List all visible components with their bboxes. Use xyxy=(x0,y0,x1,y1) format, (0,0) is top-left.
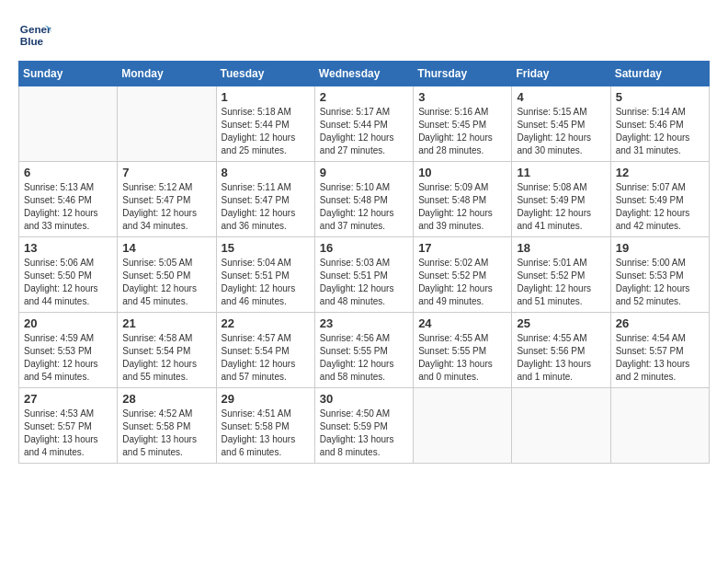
logo: General Blue xyxy=(18,18,51,52)
day-info: Sunrise: 5:10 AM Sunset: 5:48 PM Dayligh… xyxy=(320,181,408,233)
day-number: 10 xyxy=(418,166,506,179)
day-number: 3 xyxy=(418,90,506,104)
day-number: 24 xyxy=(418,316,506,330)
day-info: Sunrise: 5:18 AM Sunset: 5:44 PM Dayligh… xyxy=(222,106,310,157)
day-number: 25 xyxy=(517,316,605,330)
day-number: 18 xyxy=(517,241,605,255)
day-info: Sunrise: 4:59 AM Sunset: 5:53 PM Dayligh… xyxy=(24,332,112,384)
day-of-week-header: Wednesday xyxy=(314,62,413,86)
day-number: 12 xyxy=(616,166,704,179)
day-info: Sunrise: 5:04 AM Sunset: 5:51 PM Dayligh… xyxy=(222,257,310,308)
calendar-cell xyxy=(19,86,118,162)
calendar-cell: 22Sunrise: 4:57 AM Sunset: 5:54 PM Dayli… xyxy=(216,313,314,388)
svg-text:General: General xyxy=(20,23,51,35)
day-number: 16 xyxy=(320,241,408,255)
day-number: 7 xyxy=(122,166,210,179)
logo-icon: General Blue xyxy=(18,18,51,52)
day-of-week-header: Friday xyxy=(512,62,610,86)
day-info: Sunrise: 5:17 AM Sunset: 5:44 PM Dayligh… xyxy=(320,106,408,157)
day-info: Sunrise: 4:56 AM Sunset: 5:55 PM Dayligh… xyxy=(320,332,408,384)
calendar-cell: 28Sunrise: 4:52 AM Sunset: 5:58 PM Dayli… xyxy=(118,388,216,464)
day-info: Sunrise: 5:16 AM Sunset: 5:45 PM Dayligh… xyxy=(418,106,506,157)
day-info: Sunrise: 4:55 AM Sunset: 5:56 PM Dayligh… xyxy=(517,332,605,384)
day-info: Sunrise: 4:52 AM Sunset: 5:58 PM Dayligh… xyxy=(122,408,210,459)
day-number: 26 xyxy=(616,316,704,330)
day-of-week-header: Thursday xyxy=(414,62,512,86)
calendar-cell: 8Sunrise: 5:11 AM Sunset: 5:47 PM Daylig… xyxy=(216,162,314,237)
day-info: Sunrise: 5:13 AM Sunset: 5:46 PM Dayligh… xyxy=(24,181,112,233)
day-of-week-header: Monday xyxy=(118,62,216,86)
calendar-cell: 30Sunrise: 4:50 AM Sunset: 5:59 PM Dayli… xyxy=(314,388,413,464)
calendar-cell: 17Sunrise: 5:02 AM Sunset: 5:52 PM Dayli… xyxy=(414,237,512,313)
calendar-cell: 25Sunrise: 4:55 AM Sunset: 5:56 PM Dayli… xyxy=(512,313,610,388)
day-info: Sunrise: 4:58 AM Sunset: 5:54 PM Dayligh… xyxy=(122,332,210,384)
calendar-cell: 11Sunrise: 5:08 AM Sunset: 5:49 PM Dayli… xyxy=(512,162,610,237)
day-number: 9 xyxy=(320,166,408,179)
day-info: Sunrise: 4:51 AM Sunset: 5:58 PM Dayligh… xyxy=(222,408,310,459)
calendar-cell: 4Sunrise: 5:15 AM Sunset: 5:45 PM Daylig… xyxy=(512,86,610,162)
day-number: 17 xyxy=(418,241,506,255)
day-number: 27 xyxy=(24,392,112,406)
day-info: Sunrise: 5:07 AM Sunset: 5:49 PM Dayligh… xyxy=(616,181,704,233)
day-info: Sunrise: 5:14 AM Sunset: 5:46 PM Dayligh… xyxy=(616,106,704,157)
day-of-week-header: Saturday xyxy=(610,62,709,86)
day-number: 22 xyxy=(222,316,310,330)
day-number: 29 xyxy=(222,392,310,406)
day-info: Sunrise: 5:00 AM Sunset: 5:53 PM Dayligh… xyxy=(616,257,704,308)
day-number: 19 xyxy=(616,241,704,255)
day-number: 5 xyxy=(616,90,704,104)
day-number: 11 xyxy=(517,166,605,179)
day-info: Sunrise: 4:55 AM Sunset: 5:55 PM Dayligh… xyxy=(418,332,506,384)
day-number: 1 xyxy=(222,90,310,104)
calendar-cell: 24Sunrise: 4:55 AM Sunset: 5:55 PM Dayli… xyxy=(414,313,512,388)
day-of-week-header: Sunday xyxy=(19,62,118,86)
calendar-cell: 14Sunrise: 5:05 AM Sunset: 5:50 PM Dayli… xyxy=(118,237,216,313)
day-number: 28 xyxy=(122,392,210,406)
calendar-cell: 27Sunrise: 4:53 AM Sunset: 5:57 PM Dayli… xyxy=(19,388,118,464)
calendar-week-row: 20Sunrise: 4:59 AM Sunset: 5:53 PM Dayli… xyxy=(19,313,710,388)
day-number: 23 xyxy=(320,316,408,330)
day-info: Sunrise: 5:02 AM Sunset: 5:52 PM Dayligh… xyxy=(418,257,506,308)
calendar-cell: 15Sunrise: 5:04 AM Sunset: 5:51 PM Dayli… xyxy=(216,237,314,313)
calendar-cell: 7Sunrise: 5:12 AM Sunset: 5:47 PM Daylig… xyxy=(118,162,216,237)
calendar-cell: 29Sunrise: 4:51 AM Sunset: 5:58 PM Dayli… xyxy=(216,388,314,464)
calendar-cell xyxy=(118,86,216,162)
day-number: 13 xyxy=(24,241,112,255)
calendar-cell: 2Sunrise: 5:17 AM Sunset: 5:44 PM Daylig… xyxy=(314,86,413,162)
day-info: Sunrise: 5:12 AM Sunset: 5:47 PM Dayligh… xyxy=(122,181,210,233)
calendar-cell: 6Sunrise: 5:13 AM Sunset: 5:46 PM Daylig… xyxy=(19,162,118,237)
calendar-cell: 21Sunrise: 4:58 AM Sunset: 5:54 PM Dayli… xyxy=(118,313,216,388)
day-number: 15 xyxy=(222,241,310,255)
day-info: Sunrise: 5:05 AM Sunset: 5:50 PM Dayligh… xyxy=(122,257,210,308)
calendar-cell xyxy=(512,388,610,464)
day-info: Sunrise: 5:06 AM Sunset: 5:50 PM Dayligh… xyxy=(24,257,112,308)
day-info: Sunrise: 5:08 AM Sunset: 5:49 PM Dayligh… xyxy=(517,181,605,233)
calendar-cell: 10Sunrise: 5:09 AM Sunset: 5:48 PM Dayli… xyxy=(414,162,512,237)
page-header: General Blue xyxy=(18,18,710,52)
day-info: Sunrise: 4:57 AM Sunset: 5:54 PM Dayligh… xyxy=(222,332,310,384)
calendar-week-row: 13Sunrise: 5:06 AM Sunset: 5:50 PM Dayli… xyxy=(19,237,710,313)
calendar-cell xyxy=(414,388,512,464)
day-info: Sunrise: 5:15 AM Sunset: 5:45 PM Dayligh… xyxy=(517,106,605,157)
calendar-cell: 12Sunrise: 5:07 AM Sunset: 5:49 PM Dayli… xyxy=(610,162,709,237)
svg-text:Blue: Blue xyxy=(20,35,44,47)
calendar-cell: 19Sunrise: 5:00 AM Sunset: 5:53 PM Dayli… xyxy=(610,237,709,313)
calendar-cell: 13Sunrise: 5:06 AM Sunset: 5:50 PM Dayli… xyxy=(19,237,118,313)
day-info: Sunrise: 5:01 AM Sunset: 5:52 PM Dayligh… xyxy=(517,257,605,308)
day-number: 20 xyxy=(24,316,112,330)
calendar-cell: 3Sunrise: 5:16 AM Sunset: 5:45 PM Daylig… xyxy=(414,86,512,162)
day-info: Sunrise: 5:09 AM Sunset: 5:48 PM Dayligh… xyxy=(418,181,506,233)
day-number: 2 xyxy=(320,90,408,104)
day-info: Sunrise: 5:11 AM Sunset: 5:47 PM Dayligh… xyxy=(222,181,310,233)
calendar-cell xyxy=(610,388,709,464)
calendar-cell: 9Sunrise: 5:10 AM Sunset: 5:48 PM Daylig… xyxy=(314,162,413,237)
calendar-cell: 18Sunrise: 5:01 AM Sunset: 5:52 PM Dayli… xyxy=(512,237,610,313)
day-info: Sunrise: 5:03 AM Sunset: 5:51 PM Dayligh… xyxy=(320,257,408,308)
calendar-cell: 26Sunrise: 4:54 AM Sunset: 5:57 PM Dayli… xyxy=(610,313,709,388)
calendar-cell: 16Sunrise: 5:03 AM Sunset: 5:51 PM Dayli… xyxy=(314,237,413,313)
day-info: Sunrise: 4:54 AM Sunset: 5:57 PM Dayligh… xyxy=(616,332,704,384)
day-info: Sunrise: 4:53 AM Sunset: 5:57 PM Dayligh… xyxy=(24,408,112,459)
day-number: 21 xyxy=(122,316,210,330)
day-number: 4 xyxy=(517,90,605,104)
calendar-table: SundayMondayTuesdayWednesdayThursdayFrid… xyxy=(18,61,710,464)
